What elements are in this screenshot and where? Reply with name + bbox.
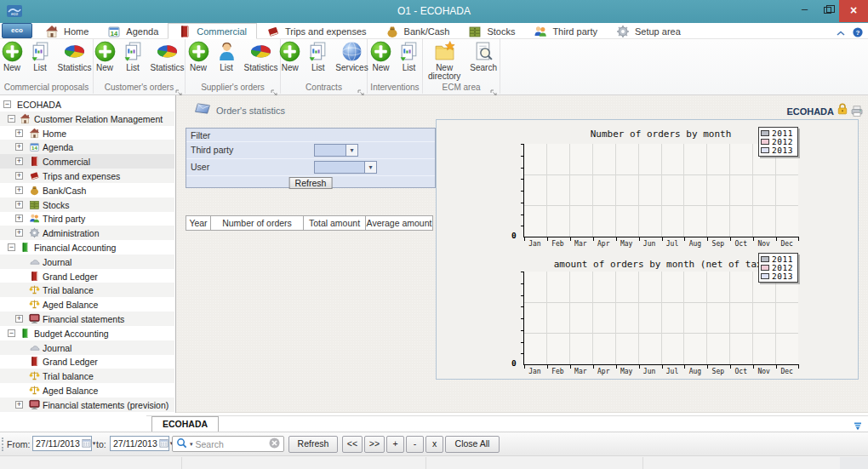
commercial-proposals-statistics-button[interactable]: Statistics xyxy=(55,40,94,72)
increase-button[interactable]: + xyxy=(386,436,404,453)
supplier-s-orders-list-button[interactable]: List xyxy=(214,40,240,72)
column-header-year[interactable]: Year xyxy=(186,215,211,231)
panel-pin-icon[interactable] xyxy=(854,419,862,427)
third-party-dropdown[interactable]: ▾ xyxy=(314,144,358,157)
contracts-services-button[interactable]: Services xyxy=(333,40,370,72)
expand-icon[interactable]: + xyxy=(15,401,23,409)
doc-list-icon xyxy=(30,41,51,62)
expand-icon[interactable]: + xyxy=(15,143,23,151)
expand-icon[interactable]: + xyxy=(15,214,23,222)
interventions-list-button[interactable]: List xyxy=(396,40,422,72)
tree-item-commercial[interactable]: +Commercial xyxy=(0,154,174,169)
collapse-icon[interactable]: − xyxy=(8,329,15,337)
filter-panel: Filter Third party ▾ User ▾ Refresh xyxy=(186,128,436,188)
pie-chart-icon xyxy=(157,41,178,62)
customer-s-orders-list-button[interactable]: List xyxy=(120,40,146,72)
tree-item-aged-balance[interactable]: Aged Balance xyxy=(0,297,174,312)
ribbon-tab-commercial[interactable]: Commercial xyxy=(168,23,257,39)
clear-search-icon[interactable] xyxy=(269,437,280,452)
tree-item-agenda[interactable]: +14Agenda xyxy=(0,140,174,154)
previous-button[interactable]: << xyxy=(342,436,363,453)
tree-item-bank-cash[interactable]: +Bank/Cash xyxy=(0,183,174,197)
chevron-down-icon: ▾ xyxy=(345,145,357,156)
close-all-button[interactable]: Close All xyxy=(445,436,500,453)
tree-item-grand-ledger[interactable]: Grand Ledger xyxy=(0,269,174,283)
commercial-proposals-list-button[interactable]: List xyxy=(27,40,54,72)
tree-item-ecohada[interactable]: −ECOHADA xyxy=(0,97,174,112)
column-header-number-of-orders[interactable]: Number of orders xyxy=(210,215,304,231)
restore-button[interactable] xyxy=(816,0,839,22)
document-tab-ecohada[interactable]: ECOHADA xyxy=(151,416,219,432)
contracts-new-button[interactable]: New xyxy=(277,40,303,72)
tree-item-customer-relation-management[interactable]: −Customer Relation Management xyxy=(0,112,174,126)
tree-item-financial-statements[interactable]: +Financial statements xyxy=(0,312,174,326)
decrease-button[interactable]: - xyxy=(406,436,424,453)
expand-icon[interactable]: + xyxy=(15,201,23,209)
tree-item-trial-balance[interactable]: Trial balance xyxy=(0,283,174,297)
plus-circle-icon xyxy=(188,41,209,62)
ribbon-tab-trips-and-expenses[interactable]: Trips and expenses xyxy=(257,23,376,39)
resize-grip[interactable] xyxy=(840,457,868,469)
tree-item-administration[interactable]: +Administration xyxy=(0,226,174,240)
ribbon-tab-third-party[interactable]: Third party xyxy=(524,23,607,39)
ecm-area-new-directory-button[interactable]: New directory xyxy=(423,40,465,81)
tree-item-financial-statements-prevision[interactable]: +Financial statements (prevision) xyxy=(0,398,174,412)
toolbar-grip[interactable] xyxy=(2,438,3,451)
expand-icon[interactable]: + xyxy=(15,315,23,323)
user-dropdown[interactable]: ▾ xyxy=(314,161,377,174)
tree-item-financial-accounting[interactable]: −Financial Accounting xyxy=(0,240,174,255)
tree-item-grand-ledger[interactable]: Grand Ledger xyxy=(0,354,174,369)
dialog-launcher-icon[interactable] xyxy=(357,84,364,91)
ribbon-tab-agenda[interactable]: 14Agenda xyxy=(98,23,168,39)
commercial-proposals-new-button[interactable]: New xyxy=(0,40,26,72)
refresh-button[interactable]: Refresh xyxy=(288,436,338,453)
to-date-input[interactable]: 27/11/2013 ▾ xyxy=(110,436,169,451)
lock-icon[interactable] xyxy=(837,103,848,115)
dialog-launcher-icon[interactable] xyxy=(271,84,277,91)
next-button[interactable]: >> xyxy=(364,436,385,453)
column-header-total-amount[interactable]: Total amount xyxy=(303,215,366,231)
doc-list-icon xyxy=(123,41,144,62)
person-icon xyxy=(216,41,237,62)
minimize-button[interactable]: – xyxy=(793,0,816,22)
collapse-icon[interactable]: − xyxy=(8,115,15,123)
close-button[interactable]: × xyxy=(839,0,868,22)
expand-icon[interactable]: + xyxy=(15,172,23,180)
expand-icon[interactable]: + xyxy=(15,129,23,137)
tree-item-budget-accounting[interactable]: −Budget Accounting xyxy=(0,326,174,340)
dialog-launcher-icon[interactable] xyxy=(490,84,497,91)
contracts-list-button[interactable]: List xyxy=(305,40,331,72)
tree-item-journal[interactable]: Journal xyxy=(0,340,174,355)
ecm-area-search-button[interactable]: Search xyxy=(467,40,500,72)
close-tab-button[interactable]: x xyxy=(425,436,443,453)
column-header-average-amount[interactable]: Average amount xyxy=(365,215,433,231)
tree-item-trips-and-expenses[interactable]: +Trips and expenses xyxy=(0,169,174,183)
printer-icon[interactable] xyxy=(851,105,863,116)
expand-icon[interactable]: + xyxy=(15,157,23,165)
ribbon-tab-home[interactable]: Home xyxy=(36,23,98,39)
from-date-input[interactable]: 27/11/2013 ▾ xyxy=(32,436,92,451)
ribbon-tab-setup-area[interactable]: Setup area xyxy=(607,23,690,39)
supplier-s-orders-new-button[interactable]: New xyxy=(186,40,212,72)
collapse-icon[interactable]: − xyxy=(3,100,11,108)
ribbon-tab-bank-cash[interactable]: Bank/Cash xyxy=(376,23,460,39)
tree-item-journal[interactable]: Journal xyxy=(0,255,174,269)
tree-item-third-party[interactable]: +Third party xyxy=(0,211,174,226)
dialog-launcher-icon[interactable] xyxy=(175,84,182,91)
search-input[interactable]: ▾ Search xyxy=(172,436,284,452)
filter-refresh-button[interactable]: Refresh xyxy=(289,177,333,189)
expand-icon[interactable]: + xyxy=(15,229,23,237)
ribbon-tab-stocks[interactable]: Stocks xyxy=(459,23,524,39)
supplier-s-orders-statistics-button[interactable]: Statistics xyxy=(242,40,281,72)
customer-s-orders-statistics-button[interactable]: Statistics xyxy=(148,40,187,72)
tree-item-home[interactable]: +Home xyxy=(0,126,174,140)
collapse-icon[interactable]: − xyxy=(8,243,15,251)
customer-s-orders-new-button[interactable]: New xyxy=(92,40,118,72)
interventions-new-button[interactable]: New xyxy=(368,40,394,72)
tree-item-trial-balance[interactable]: Trial balance xyxy=(0,369,174,383)
app-menu-button[interactable]: eco xyxy=(2,23,32,38)
tree-item-aged-balance[interactable]: Aged Balance xyxy=(0,383,174,398)
tree-item-stocks[interactable]: +Stocks xyxy=(0,197,174,212)
house-icon xyxy=(45,25,59,38)
expand-icon[interactable]: + xyxy=(15,186,23,194)
